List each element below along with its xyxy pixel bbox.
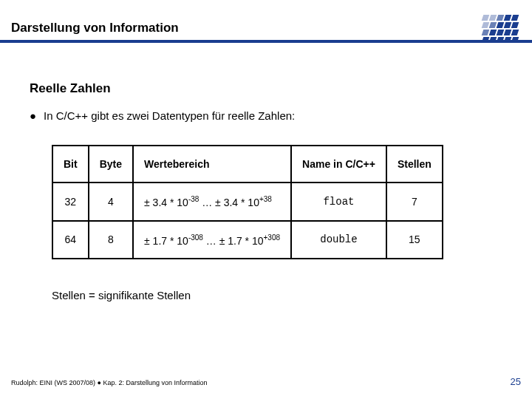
col-byte: Byte (89, 146, 133, 183)
bullet-item: ● In C/C++ gibt es zwei Datentypen für r… (30, 109, 502, 123)
range-exp: -38 (188, 195, 199, 203)
cell-typename: double (291, 221, 386, 259)
range-text: … ± 3.4 * 10 (199, 197, 259, 208)
table-header-row: Bit Byte Wertebereich Name in C/C++ Stel… (52, 146, 443, 183)
cell-bit: 32 (52, 183, 89, 221)
slide-footer: Rudolph: EINI (WS 2007/08) ● Kap. 2: Dar… (11, 376, 521, 387)
cell-range: ± 1.7 * 10-308 … ± 1.7 * 10+308 (133, 221, 291, 259)
cell-range: ± 3.4 * 10-38 … ± 3.4 * 10+38 (133, 183, 291, 221)
range-exp: +38 (259, 195, 272, 203)
cell-digits: 15 (386, 221, 443, 259)
slide-title: Darstellung von Information (11, 21, 179, 35)
range-text: ± 1.7 * 10 (144, 234, 188, 246)
header-divider (0, 40, 532, 43)
col-bit: Bit (52, 146, 89, 183)
range-exp: -308 (188, 233, 203, 242)
table-row: 32 4 ± 3.4 * 10-38 … ± 3.4 * 10+38 float… (52, 183, 443, 221)
cell-byte: 8 (89, 221, 133, 259)
datatype-table: Bit Byte Wertebereich Name in C/C++ Stel… (52, 145, 443, 259)
footnote: Stellen = signifikante Stellen (52, 289, 502, 301)
col-range: Wertebereich (133, 146, 291, 183)
range-exp: +308 (264, 233, 281, 242)
content-area: Reelle Zahlen ● In C/C++ gibt es zwei Da… (30, 81, 502, 301)
col-name: Name in C/C++ (291, 146, 386, 183)
cell-byte: 4 (89, 183, 133, 221)
range-text: … ± 1.7 * 10 (203, 234, 264, 246)
bullet-text: In C/C++ gibt es zwei Datentypen für ree… (44, 109, 295, 122)
bullet-dot-icon: ● (30, 109, 36, 123)
sub-heading: Reelle Zahlen (30, 81, 502, 96)
table-row: 64 8 ± 1.7 * 10-308 … ± 1.7 * 10+308 dou… (52, 221, 443, 259)
range-text: ± 3.4 * 10 (144, 197, 188, 208)
cell-bit: 64 (52, 221, 89, 259)
page-number: 25 (511, 376, 521, 387)
cell-typename: float (291, 183, 386, 221)
col-digits: Stellen (386, 146, 443, 183)
footer-left: Rudolph: EINI (WS 2007/08) ● Kap. 2: Dar… (11, 379, 208, 386)
cell-digits: 7 (386, 183, 443, 221)
